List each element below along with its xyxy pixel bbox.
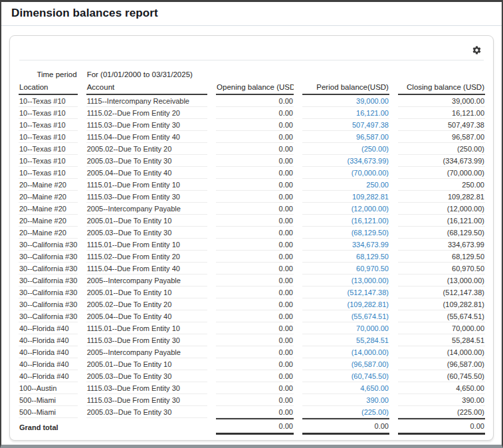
location-cell: 30--California #30 [19,239,78,251]
period-balance-link[interactable]: 39,000.00 [302,95,389,107]
grand-total-period: 0.00 [302,418,389,435]
opening-balance-cell: 0.00 [216,275,294,286]
table-row: 30--California #302005.04--Due To Entity… [19,310,485,322]
closing-balance-cell: (55,674.51) [398,310,485,322]
table-row: 20--Maine #202005--Intercompany Payable0… [19,203,485,215]
table-row: 30--California #301115.01--Due From Enti… [19,239,485,251]
period-balance-link[interactable]: (16,121.00) [302,215,389,227]
account-cell: 1115.02--Due From Entity 20 [86,251,207,263]
period-balance-link[interactable]: 507,497.38 [302,119,389,131]
account-cell: 2005--Intercompany Payable [86,203,207,215]
account-cell: 1115.03--Due From Entity 30 [86,119,207,131]
period-balance-link[interactable]: (225.00) [302,406,389,418]
period-balance-link[interactable]: (13,000.00) [302,275,389,286]
period-balance-link[interactable]: (96,587.00) [302,358,389,370]
location-cell: 30--California #30 [19,251,78,263]
account-cell: 1115.03--Due From Entity 30 [86,334,207,346]
location-cell: 40--Florida #40 [19,358,78,370]
closing-balance-cell: (12,000.00) [398,203,485,215]
period-balance-link[interactable]: (334,673.99) [302,155,389,167]
account-cell: 1115.03--Due From Entity 30 [86,382,207,394]
location-cell: 100--Austin [19,382,78,394]
opening-balance-cell: 0.00 [216,203,294,215]
period-balance-link[interactable]: 16,121.00 [302,107,389,119]
dimension-balances-table: Time period For (01/01/2000 to 03/31/202… [10,68,494,435]
table-row: 10--Texas #102005.03--Due To Entity 300.… [19,155,485,167]
location-cell: 20--Maine #20 [19,227,78,239]
table-row: 40--Florida #401115.03--Due From Entity … [19,334,485,346]
account-cell: 1115.01--Due From Entity 10 [86,179,207,191]
location-cell: 500--Miami [19,406,78,418]
period-balance-link[interactable]: 109,282.81 [302,191,389,203]
location-cell: 40--Florida #40 [19,346,78,358]
account-cell: 2005.01--Due To Entity 10 [86,286,207,298]
report-card: Time period For (01/01/2000 to 03/31/202… [9,35,494,441]
settings-gear-button[interactable] [470,44,482,56]
period-balance-link[interactable]: (12,000.00) [302,203,389,215]
location-cell: 500--Miami [19,394,78,406]
column-header-closing-balance: Closing balance (USD) [398,81,485,95]
table-row: 10--Texas #101115.02--Due From Entity 20… [19,107,485,119]
period-balance-link[interactable]: (68,129.50) [302,227,389,239]
period-balance-link[interactable]: (250.00) [302,143,389,155]
account-cell: 1115.03--Due From Entity 30 [86,394,207,406]
opening-balance-cell: 0.00 [216,346,294,358]
closing-balance-cell: 250.00 [398,179,485,191]
period-balance-link[interactable]: (70,000.00) [302,167,389,179]
location-cell: 10--Texas #10 [19,119,78,131]
location-cell: 10--Texas #10 [19,143,78,155]
grand-total-closing: 0.00 [398,418,485,435]
closing-balance-cell: (512,147.38) [398,286,485,298]
location-cell: 10--Texas #10 [19,167,78,179]
period-balance-link[interactable]: 55,284.51 [302,334,389,346]
location-cell: 30--California #30 [19,310,78,322]
column-header-opening-balance: Opening balance (USD) [216,81,294,95]
period-balance-link[interactable]: 96,587.00 [302,131,389,143]
period-balance-link[interactable]: (60,745.50) [302,370,389,382]
report-toolbar [10,41,493,60]
table-row: 40--Florida #401115.01--Due From Entity … [19,322,485,334]
table-row: 10--Texas #102005.02--Due To Entity 200.… [19,143,485,155]
closing-balance-cell: (13,000.00) [398,275,485,286]
location-cell: 30--California #30 [19,263,78,275]
grand-total-spacer [86,418,207,435]
period-balance-link[interactable]: (512,147.38) [302,286,389,298]
account-cell: 2005.02--Due To Entity 20 [86,143,207,155]
closing-balance-cell: 39,000.00 [398,95,485,107]
period-balance-link[interactable]: 60,970.50 [302,263,389,275]
location-cell: 20--Maine #20 [19,215,78,227]
closing-balance-cell: 68,129.50 [398,251,485,263]
location-cell: 40--Florida #40 [19,370,78,382]
location-cell: 30--California #30 [19,298,78,310]
period-balance-link[interactable]: 334,673.99 [302,239,389,251]
period-balance-link[interactable]: 390.00 [302,394,389,406]
closing-balance-cell: 16,121.00 [398,107,485,119]
account-cell: 1115.02--Due From Entity 20 [86,107,207,119]
period-balance-link[interactable]: (14,000.00) [302,346,389,358]
closing-balance-cell: (109,282.81) [398,298,485,310]
opening-balance-cell: 0.00 [216,310,294,322]
grand-total-label: Grand total [19,418,78,435]
opening-balance-cell: 0.00 [216,191,294,203]
closing-balance-cell: (225.00) [398,406,485,418]
grand-total-row: Grand total 0.00 0.00 0.00 [19,418,485,435]
account-cell: 2005.03--Due To Entity 30 [86,370,207,382]
account-cell: 1115.01--Due From Entity 10 [86,322,207,334]
closing-balance-cell: 334,673.99 [398,239,485,251]
period-balance-link[interactable]: 250.00 [302,179,389,191]
table-row: 20--Maine #202005.01--Due To Entity 100.… [19,215,485,227]
period-balance-link[interactable]: 68,129.50 [302,251,389,263]
period-balance-link[interactable]: (109,282.81) [302,298,389,310]
opening-balance-cell: 0.00 [216,263,294,275]
location-cell: 30--California #30 [19,286,78,298]
table-row: 30--California #302005--Intercompany Pay… [19,275,485,286]
opening-balance-cell: 0.00 [216,406,294,418]
period-balance-link[interactable]: 4,650.00 [302,382,389,394]
period-balance-link[interactable]: 70,000.00 [302,322,389,334]
closing-balance-cell: (16,121.00) [398,215,485,227]
table-row: 10--Texas #101115.04--Due From Entity 40… [19,131,485,143]
opening-balance-cell: 0.00 [216,286,294,298]
table-row: 10--Texas #101115--Intercompany Receivab… [19,95,485,107]
table-row: 30--California #301115.02--Due From Enti… [19,251,485,263]
period-balance-link[interactable]: (55,674.51) [302,310,389,322]
